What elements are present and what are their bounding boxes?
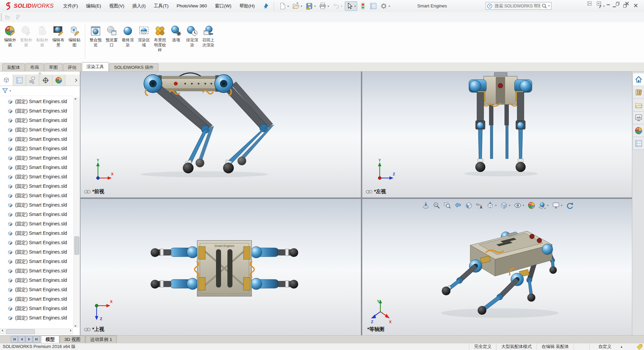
pin-icon[interactable] [262, 3, 269, 9]
tree-item[interactable]: (固定) Smart Engines.sld [0, 172, 73, 182]
filter-icon[interactable] [2, 87, 8, 94]
dropdown-arrow-icon[interactable]: ▼ [340, 5, 343, 7]
search-dropdown-icon[interactable]: ▼ [548, 5, 550, 7]
configurationmanager-tab[interactable] [26, 75, 39, 86]
preview-window-button[interactable]: 预览窗口 [104, 25, 120, 48]
tag-icon[interactable] [636, 344, 643, 350]
document-minimize-button[interactable] [606, 1, 611, 7]
scheduled-render-button[interactable]: 排定渲染 [184, 25, 200, 48]
dropdown-arrow-icon[interactable]: ▼ [314, 5, 316, 7]
tree-scrollbar[interactable] [73, 97, 79, 328]
tab-sketch[interactable]: 草图 [44, 63, 62, 71]
scrollbar-thumb[interactable] [74, 236, 79, 255]
recall-last-render-button[interactable]: 召回上次渲染 [200, 25, 216, 48]
tree-item[interactable]: (固定) Smart Engines.sld [0, 191, 73, 201]
options-gear-button[interactable]: ▼ [379, 1, 391, 11]
status-custom[interactable]: 自定义 [589, 343, 620, 350]
featuremanager-tab[interactable] [0, 75, 13, 86]
close-button[interactable] [633, 3, 638, 9]
scroll-up-icon[interactable] [74, 97, 77, 100]
dimxpert-tab[interactable] [39, 75, 52, 86]
tree-item[interactable]: (固定) Smart Engines.sld [0, 125, 73, 135]
menu-item-1[interactable]: 编辑(E) [82, 0, 105, 12]
tree-item[interactable]: (固定) Smart Engines.sld [0, 182, 73, 191]
select-cursor-button[interactable]: ▼ [345, 1, 357, 11]
tree-item[interactable]: (固定) Smart Engines.sld [0, 97, 73, 106]
dropdown-arrow-icon[interactable]: ▼ [388, 5, 390, 7]
final-render-button[interactable]: 最终渲染 [120, 25, 136, 48]
home-tab[interactable] [633, 73, 644, 86]
tree-item[interactable]: (固定) Smart Engines.sld [0, 238, 73, 248]
tree-item[interactable]: (固定) Smart Engines.sld [0, 229, 73, 238]
tree-item[interactable]: (固定) Smart Engines.sld [0, 304, 73, 313]
nav-next-button[interactable] [25, 336, 33, 343]
tree-item[interactable]: (固定) Smart Engines.sld [0, 201, 73, 210]
tree-item[interactable]: (固定) Smart Engines.sld [0, 163, 73, 172]
doc-tab-3d-views[interactable]: 3D 视图 [60, 336, 85, 343]
menu-item-5[interactable]: PhotoView 360 [172, 0, 211, 12]
rebuild-button[interactable] [358, 1, 368, 11]
menu-item-3[interactable]: 插入(I) [128, 0, 150, 12]
tree-item[interactable]: (固定) Smart Engines.sld [0, 106, 73, 116]
tab-assembly[interactable]: 装配体 [2, 63, 25, 71]
design-library-tab[interactable] [633, 86, 644, 99]
viewport-top[interactable]: Smart Engines X Z *上视 [80, 199, 361, 335]
dropdown-arrow-icon[interactable]: ▼ [300, 5, 303, 7]
scroll-down-icon[interactable] [74, 324, 77, 328]
status-expand-icon[interactable]: ▲ [620, 345, 623, 348]
copy-appearance-button[interactable]: 复制外观 [18, 25, 34, 48]
edit-appearance-button[interactable]: 编辑外观 [2, 25, 18, 48]
tree-item[interactable]: (固定) Smart Engines.sld [0, 116, 73, 125]
file-properties-button[interactable] [369, 1, 378, 11]
help-search-box[interactable]: ? ▼ [486, 2, 551, 10]
save-button[interactable]: !▼ [305, 1, 317, 11]
dropdown-arrow-icon[interactable]: ▼ [287, 5, 289, 7]
tab-evaluate[interactable]: 评估 [63, 63, 81, 71]
document-restore-button[interactable] [615, 1, 620, 7]
document-pane-right-button[interactable] [596, 1, 601, 7]
tree-item[interactable]: (固定) Smart Engines.sld [0, 154, 73, 163]
menu-item-2[interactable]: 视图(V) [105, 0, 128, 12]
tree-item[interactable]: (固定) Smart Engines.sld [0, 276, 73, 285]
viewport-left[interactable]: Y Z *左视 [362, 72, 632, 198]
menu-item-6[interactable]: 窗口(W) [211, 0, 235, 12]
menu-item-7[interactable]: 帮助(H) [235, 0, 259, 12]
render-options-button[interactable]: 选项 [168, 25, 184, 43]
propertymanager-tab[interactable] [13, 75, 26, 86]
tree-item[interactable]: (固定) Smart Engines.sld [0, 219, 73, 229]
search-input[interactable] [493, 3, 541, 9]
panel-expand-icon[interactable] [72, 75, 80, 86]
tree-item[interactable]: (固定) Smart Engines.sld [0, 313, 73, 323]
dropdown-arrow-icon[interactable]: ▼ [327, 5, 329, 7]
nav-last-button[interactable] [33, 336, 40, 343]
render-region-button[interactable]: 渲染区域 [136, 25, 152, 48]
nav-first-button[interactable] [11, 336, 18, 343]
edit-decal-button[interactable]: 编辑贴图 [66, 25, 83, 48]
tree-horizontal-scrollbar[interactable] [0, 329, 73, 334]
tree-item[interactable]: (固定) Smart Engines.sld [0, 285, 73, 295]
document-pane-left-button[interactable] [587, 1, 592, 7]
nav-prev-button[interactable] [18, 336, 25, 343]
tree-item[interactable]: (固定) Smart Engines.sld [0, 144, 73, 154]
toolbar-grip[interactable] [1, 13, 2, 21]
edit-scene-button[interactable]: 编辑布景 [50, 25, 66, 48]
displaymanager-tab[interactable] [52, 75, 65, 86]
tree-item[interactable]: (固定) Smart Engines.sld [0, 248, 73, 257]
scroll-left-icon[interactable] [1, 329, 4, 332]
scroll-right-icon[interactable] [69, 329, 72, 332]
viewport-front[interactable]: Y X *前视 [80, 72, 361, 198]
file-explorer-tab[interactable] [633, 99, 644, 112]
integrated-preview-button[interactable]: 整合预览 [88, 25, 104, 48]
undo-button[interactable]: ▼ [331, 1, 344, 11]
tab-render-tools[interactable]: 渲染工具 [82, 62, 109, 71]
tree-item[interactable]: (固定) Smart Engines.sld [0, 257, 73, 266]
print-button[interactable]: ▼ [318, 1, 330, 11]
dropdown-arrow-icon[interactable]: ▼ [354, 5, 356, 7]
paste-appearance-button[interactable]: 粘贴外观 [34, 25, 50, 48]
tree-item[interactable]: (固定) Smart Engines.sld [0, 266, 73, 276]
new-document-button[interactable]: ▼ [278, 1, 290, 11]
document-close-button[interactable] [625, 1, 630, 7]
viewport-isometric[interactable]: A▼▼▼▼▼ [362, 199, 632, 335]
tab-solidworks-addins[interactable]: SOLIDWORKS 插件 [109, 63, 158, 71]
scrollbar-thumb[interactable] [6, 329, 35, 334]
